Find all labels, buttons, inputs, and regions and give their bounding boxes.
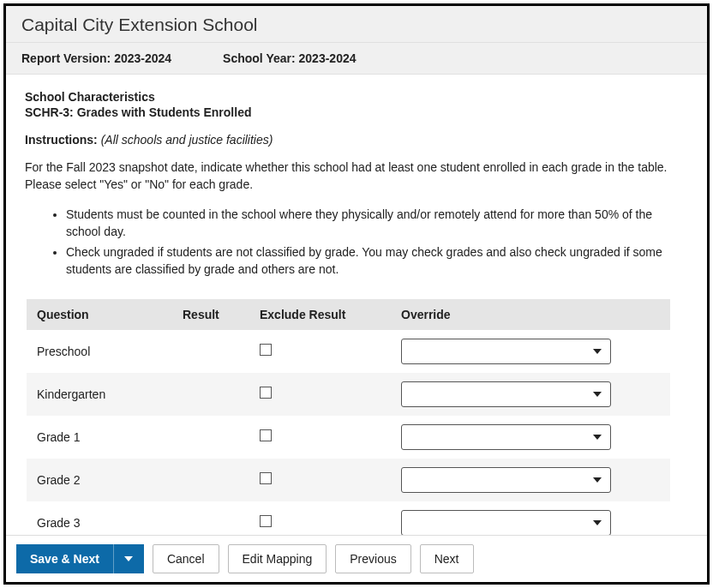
next-button[interactable]: Next	[420, 544, 474, 573]
override-select[interactable]	[401, 467, 611, 493]
exclude-checkbox[interactable]	[260, 472, 272, 484]
bullet-item: Students must be counted in the school w…	[66, 206, 688, 241]
table-row: Preschool	[27, 330, 670, 373]
save-next-button[interactable]: Save & Next	[16, 544, 113, 573]
exclude-checkbox[interactable]	[260, 515, 272, 527]
override-select[interactable]	[401, 424, 611, 450]
cell-question: Grade 2	[27, 459, 172, 501]
override-select[interactable]	[401, 339, 611, 364]
report-version-label: Report Version:	[21, 51, 111, 65]
save-next-group: Save & Next	[16, 544, 144, 573]
page-title: Capital City Extension School	[21, 15, 692, 35]
instructions-label: Instructions:	[25, 133, 98, 147]
cell-result	[172, 330, 249, 373]
cell-exclude	[249, 330, 391, 373]
cell-question: Grade 3	[27, 501, 172, 535]
override-select[interactable]	[401, 381, 611, 407]
cancel-button[interactable]: Cancel	[153, 544, 219, 573]
grades-table: Question Result Exclude Result Override …	[27, 299, 670, 535]
header-bar: Capital City Extension School	[6, 6, 707, 43]
save-next-dropdown-button[interactable]	[113, 544, 144, 573]
cell-question: Grade 1	[27, 416, 172, 459]
cell-override	[391, 459, 670, 501]
instructions-bullets: Students must be counted in the school w…	[25, 206, 688, 279]
cell-result	[172, 416, 249, 459]
cell-override	[391, 416, 670, 459]
cell-result	[172, 373, 249, 416]
cell-exclude	[249, 501, 391, 535]
exclude-checkbox[interactable]	[260, 344, 272, 356]
col-header-result: Result	[172, 299, 249, 330]
cell-result	[172, 459, 249, 501]
cell-override	[391, 330, 670, 373]
content-area: School Characteristics SCHR-3: Grades wi…	[6, 75, 707, 535]
cell-result	[172, 501, 249, 535]
meta-bar: Report Version: 2023-2024 School Year: 2…	[6, 43, 707, 75]
report-version: Report Version: 2023-2024	[21, 51, 171, 65]
caret-down-icon	[593, 435, 602, 440]
cell-override	[391, 373, 670, 416]
col-header-override: Override	[391, 299, 670, 330]
edit-mapping-button[interactable]: Edit Mapping	[228, 544, 327, 573]
footer-toolbar: Save & Next Cancel Edit Mapping Previous…	[6, 535, 707, 582]
school-year-value: 2023-2024	[299, 51, 356, 65]
exclude-checkbox[interactable]	[260, 429, 272, 441]
table-row: Kindergarten	[27, 373, 670, 416]
cell-exclude	[249, 416, 391, 459]
cell-exclude	[249, 373, 391, 416]
cell-override	[391, 501, 670, 535]
caret-down-icon	[593, 520, 602, 525]
report-version-value: 2023-2024	[114, 51, 171, 65]
table-row: Grade 3	[27, 501, 670, 535]
col-header-question: Question	[27, 299, 172, 330]
section-category: School Characteristics	[25, 90, 688, 104]
caret-down-icon	[124, 556, 133, 561]
section-code-title: SCHR-3: Grades with Students Enrolled	[25, 105, 688, 119]
exclude-checkbox[interactable]	[260, 387, 272, 399]
caret-down-icon	[593, 392, 602, 397]
instructions-line: Instructions: (All schools and justice f…	[25, 133, 688, 147]
instructions-note: (All schools and justice facilities)	[101, 133, 273, 147]
caret-down-icon	[593, 477, 602, 483]
cell-question: Preschool	[27, 330, 172, 373]
previous-button[interactable]: Previous	[335, 544, 410, 573]
table-row: Grade 2	[27, 459, 670, 501]
window: Capital City Extension School Report Ver…	[3, 3, 710, 585]
instructions-paragraph: For the Fall 2023 snapshot date, indicat…	[25, 159, 688, 194]
cell-question: Kindergarten	[27, 373, 172, 416]
col-header-exclude: Exclude Result	[249, 299, 391, 330]
school-year-label: School Year:	[223, 51, 296, 65]
override-select[interactable]	[401, 510, 611, 535]
bullet-item: Check ungraded if students are not class…	[66, 243, 688, 279]
caret-down-icon	[593, 349, 602, 354]
cell-exclude	[249, 459, 391, 501]
school-year: School Year: 2023-2024	[223, 51, 356, 65]
table-row: Grade 1	[27, 416, 670, 459]
